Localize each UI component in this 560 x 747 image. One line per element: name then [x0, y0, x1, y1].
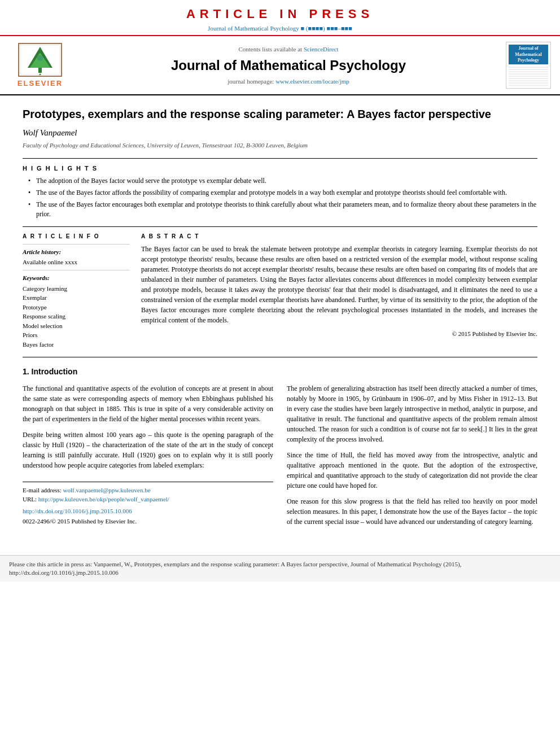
highlights-list: The adoption of the Bayes factor would s… — [23, 176, 537, 219]
journal-center: Contents lists available at ScienceDirec… — [71, 45, 506, 86]
introduction-section: 1. Introduction The functional and quant… — [23, 366, 537, 532]
elsevier-tree-icon: ▲ — [18, 42, 63, 77]
list-item: The use of the Bayes factor affords the … — [28, 188, 537, 198]
highlights-section: H I G H L I G H T S The adoption of the … — [23, 164, 537, 219]
citation-bar: Please cite this article in press as: Va… — [0, 555, 560, 582]
copyright-line: © 2015 Published by Elsevier Inc. — [141, 330, 537, 338]
list-item: Bayes factor — [23, 340, 130, 350]
intro-para-5: One reason for this slow progress is tha… — [287, 496, 537, 527]
journal-logo-right: Journal ofMathematicalPsychology — [506, 42, 551, 89]
keywords-label: Keywords: — [23, 274, 130, 282]
elsevier-logo: ▲ ELSEVIER — [9, 42, 71, 89]
list-item: Prototype — [23, 303, 130, 312]
list-item: Response scaling — [23, 312, 130, 321]
banner-doi: Journal of Mathematical Psychology ■ (■■… — [0, 24, 560, 33]
journal-header: ▲ ELSEVIER Contents lists available at S… — [0, 36, 560, 95]
author-name: Wolf Vanpaemel — [23, 127, 537, 139]
contents-line: Contents lists available at ScienceDirec… — [71, 45, 506, 54]
footnote-email-line: E-mail address: wolf.vanpaemel@ppw.kuleu… — [23, 486, 273, 495]
intro-para-3: The problem of generalizing abstraction … — [287, 383, 537, 444]
elsevier-brand-text: ELSEVIER — [18, 78, 63, 89]
journal-logo-lines — [509, 66, 548, 86]
footnotes-area: E-mail address: wolf.vanpaemel@ppw.kuleu… — [23, 482, 273, 526]
svg-text:▲: ▲ — [38, 72, 42, 76]
abstract-text: The Bayes factor can be used to break th… — [141, 244, 537, 325]
intro-title: 1. Introduction — [23, 366, 537, 378]
divider-article-info — [23, 226, 537, 227]
divider-highlights — [23, 158, 537, 159]
url-label: URL: — [23, 496, 37, 503]
available-online: Available online xxxx — [23, 258, 130, 267]
footnote-url[interactable]: http://ppw.kuleuven.be/okp/people/wolf_v… — [38, 496, 169, 503]
sciencedirect-link[interactable]: ScienceDirect — [304, 46, 339, 53]
list-item: The use of the Bayes factor encourages b… — [28, 200, 537, 219]
doi-footer[interactable]: http://dx.doi.org/10.1016/j.jmp.2015.10.… — [23, 506, 273, 516]
list-item: The adoption of the Bayes factor would s… — [28, 176, 537, 186]
abstract-label: A B S T R A C T — [141, 233, 537, 241]
email-label: E-mail address: — [23, 487, 62, 493]
citation-text: Please cite this article in press as: Va… — [9, 561, 461, 576]
article-in-press-banner: ARTICLE IN PRESS Journal of Mathematical… — [0, 0, 560, 36]
article-info-label: A R T I C L E I N F O — [23, 233, 130, 241]
main-content: Prototypes, exemplars and the response s… — [0, 95, 560, 543]
intro-right: The problem of generalizing abstraction … — [287, 383, 537, 532]
intro-left: The functional and quantitative aspects … — [23, 383, 273, 532]
footnote-url-line: URL: http://ppw.kuleuven.be/okp/people/w… — [23, 495, 273, 504]
intro-para-4: Since the time of Hull, the field has mo… — [287, 450, 537, 491]
journal-homepage-line: journal homepage: www.elsevier.com/locat… — [71, 77, 506, 86]
list-item: Exemplar — [23, 293, 130, 303]
list-item: Model selection — [23, 321, 130, 331]
journal-title-header: Journal of Mathematical Psychology — [71, 56, 506, 75]
intro-two-col: The functional and quantitative aspects … — [23, 383, 537, 532]
issn-line: 0022-2496/© 2015 Published by Elsevier I… — [23, 517, 273, 526]
article-info-abstract: A R T I C L E I N F O Article history: A… — [23, 233, 537, 349]
keywords-list: Category learning Exemplar Prototype Res… — [23, 284, 130, 350]
abstract-col: A B S T R A C T The Bayes factor can be … — [141, 233, 537, 349]
intro-para-1: The functional and quantitative aspects … — [23, 383, 273, 424]
divider-introduction — [23, 357, 537, 357]
homepage-url[interactable]: www.elsevier.com/locate/jmp — [275, 78, 349, 85]
svg-point-4 — [37, 55, 43, 61]
list-item: Category learning — [23, 284, 130, 294]
article-in-press-text: ARTICLE IN PRESS — [0, 6, 560, 23]
journal-logo-title: Journal ofMathematicalPsychology — [509, 45, 548, 64]
highlights-label: H I G H L I G H T S — [23, 164, 537, 173]
list-item: Priors — [23, 330, 130, 340]
article-title: Prototypes, exemplars and the response s… — [23, 107, 537, 121]
affiliation: Faculty of Psychology and Educational Sc… — [23, 141, 537, 150]
article-history-label: Article history: — [23, 248, 130, 256]
article-info-col: A R T I C L E I N F O Article history: A… — [23, 233, 130, 349]
intro-para-2: Despite being written almost 100 years a… — [23, 430, 273, 470]
footnote-email[interactable]: wolf.vanpaemel@ppw.kuleuven.be — [63, 487, 150, 493]
